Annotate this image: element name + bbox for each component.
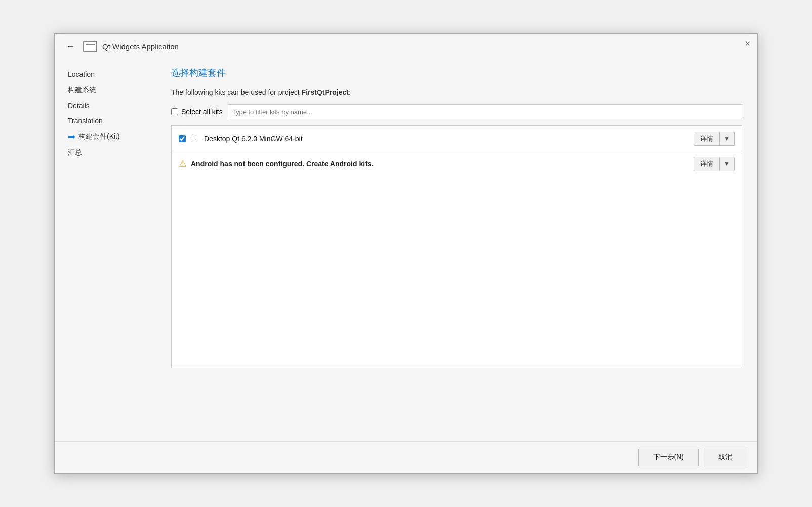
sidebar-item-label: Translation (68, 117, 103, 125)
footer: 下一步(N) 取消 (55, 441, 757, 473)
desktop-details-label: 详情 (694, 132, 720, 145)
select-all-wrapper[interactable]: Select all kits (171, 108, 223, 116)
android-details-button[interactable]: 详情 ▼ (694, 157, 735, 171)
main-panel: 选择构建套件 The following kits can be used fo… (156, 62, 757, 441)
description-prefix: The following kits can be used for proje… (171, 88, 302, 96)
back-button[interactable]: ← (63, 40, 78, 53)
dialog-title: Qt Widgets Application (102, 42, 179, 51)
kit-row-desktop: 🖥 Desktop Qt 6.2.0 MinGW 64-bit 详情 ▼ (172, 126, 742, 151)
select-all-checkbox[interactable] (171, 108, 178, 115)
sidebar-item-label: 构建系统 (68, 86, 96, 95)
sidebar-item-label: Details (68, 102, 90, 110)
android-warning-text: Android has not been configured. Create … (191, 160, 373, 168)
warning-icon: ⚠ (179, 158, 187, 170)
desktop-details-arrow-icon: ▼ (720, 132, 734, 145)
next-button[interactable]: 下一步(N) (638, 449, 699, 466)
android-warning-row: ⚠ Android has not been configured. Creat… (179, 158, 373, 170)
sidebar-item-label: 构建套件(Kit) (78, 132, 120, 141)
sidebar-item-kit[interactable]: ➡ 构建套件(Kit) (65, 129, 156, 145)
sidebar-item-details[interactable]: Details (65, 98, 156, 113)
desktop-details-button[interactable]: 详情 ▼ (694, 132, 735, 146)
title-bar: ← Qt Widgets Application × (55, 34, 757, 57)
description: The following kits can be used for proje… (171, 88, 742, 96)
active-arrow-icon: ➡ (68, 132, 75, 141)
android-details-arrow-icon: ▼ (720, 157, 734, 171)
dialog: ← Qt Widgets Application × Location 构建系统… (54, 33, 758, 474)
cancel-button[interactable]: 取消 (704, 449, 747, 466)
sidebar-item-translation[interactable]: Translation (65, 113, 156, 129)
kit-filter-input[interactable] (228, 104, 742, 119)
sidebar-item-label: 汇总 (68, 148, 82, 157)
sidebar-item-summary[interactable]: 汇总 (65, 145, 156, 161)
sidebar-item-label: Location (68, 70, 95, 78)
sidebar: Location 构建系统 Details Translation ➡ 构建套件… (55, 62, 156, 441)
kit-row-android: ⚠ Android has not been configured. Creat… (172, 151, 742, 177)
filter-row: Select all kits (171, 104, 742, 119)
content-area: Location 构建系统 Details Translation ➡ 构建套件… (55, 57, 757, 441)
sidebar-item-location[interactable]: Location (65, 67, 156, 82)
description-suffix: : (349, 88, 351, 96)
window-icon (83, 41, 97, 52)
sidebar-item-build-system[interactable]: 构建系统 (65, 82, 156, 98)
android-details-label: 详情 (694, 157, 720, 171)
kit-name-desktop: Desktop Qt 6.2.0 MinGW 64-bit (204, 135, 688, 143)
desktop-icon: 🖥 (191, 134, 199, 143)
kit-checkbox-desktop[interactable] (179, 135, 186, 142)
project-name: FirstQtProject (302, 88, 349, 96)
kits-container: 🖥 Desktop Qt 6.2.0 MinGW 64-bit 详情 ▼ ⚠ A… (171, 125, 742, 368)
section-title: 选择构建套件 (171, 67, 742, 79)
select-all-label: Select all kits (181, 108, 223, 116)
close-button[interactable]: × (745, 39, 750, 48)
